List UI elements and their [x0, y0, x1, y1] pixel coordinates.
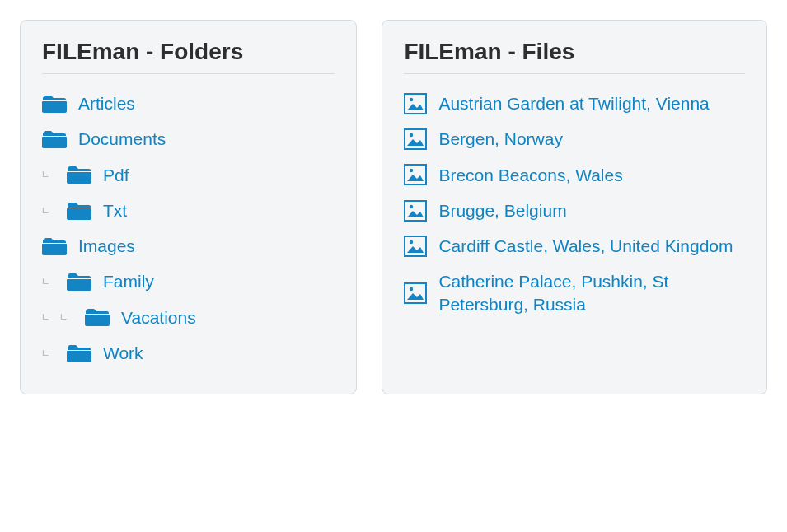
file-link[interactable]: Austrian Garden at Twilight, Vienna	[438, 92, 709, 114]
file-link[interactable]: Brecon Beacons, Wales	[438, 164, 622, 186]
image-icon	[404, 236, 427, 257]
folder-link[interactable]: Images	[78, 235, 135, 257]
file-item[interactable]: Bergen, Norway	[404, 121, 745, 156]
svg-point-9	[410, 240, 413, 244]
file-item[interactable]: Austrian Garden at Twilight, Vienna	[404, 86, 745, 121]
svg-rect-0	[405, 94, 426, 114]
folder-item[interactable]: Images	[42, 228, 335, 264]
image-icon	[404, 200, 427, 222]
folder-icon	[67, 272, 91, 292]
image-icon	[404, 93, 427, 114]
folder-item[interactable]: ∟ Txt	[42, 193, 335, 228]
folder-item[interactable]: Articles	[42, 86, 335, 121]
folder-link[interactable]: Family	[103, 270, 154, 292]
folder-link[interactable]: Articles	[78, 92, 135, 114]
folder-icon	[42, 129, 67, 149]
svg-rect-2	[405, 129, 426, 149]
folder-item[interactable]: ∟ Work	[42, 335, 335, 371]
folder-link[interactable]: Work	[103, 342, 143, 364]
folder-item[interactable]: Documents	[42, 121, 335, 156]
tree-indent: ∟	[42, 168, 55, 181]
folder-link[interactable]: Txt	[103, 199, 127, 222]
file-link[interactable]: Cardiff Castle, Wales, United Kingdom	[438, 235, 733, 257]
folders-panel: FILEman - Folders Articles Documents ∟ P…	[20, 20, 357, 394]
folder-link[interactable]: Documents	[78, 128, 166, 150]
folders-list: Articles Documents ∟ Pdf ∟ Txt	[42, 86, 335, 371]
folder-icon	[85, 307, 110, 327]
folder-link[interactable]: Vacations	[121, 306, 196, 329]
folder-icon	[42, 94, 67, 114]
tree-indent: ∟	[42, 347, 55, 360]
image-icon	[404, 128, 427, 150]
folder-icon	[67, 201, 91, 221]
folder-icon	[42, 236, 67, 256]
folder-item[interactable]: ∟∟ Vacations	[42, 300, 335, 335]
svg-point-3	[410, 133, 413, 137]
file-link[interactable]: Bergen, Norway	[438, 128, 563, 150]
folder-icon	[67, 165, 91, 184]
file-item[interactable]: Catherine Palace, Pushkin, St Petersburg…	[404, 264, 745, 322]
folder-item[interactable]: ∟ Family	[42, 264, 335, 299]
folder-link[interactable]: Pdf	[103, 164, 129, 186]
files-list: Austrian Garden at Twilight, Vienna Berg…	[404, 86, 745, 322]
folder-item[interactable]: ∟ Pdf	[42, 157, 335, 193]
folder-icon	[67, 343, 91, 363]
svg-point-7	[410, 204, 413, 208]
file-item[interactable]: Brecon Beacons, Wales	[404, 157, 745, 193]
svg-point-5	[410, 169, 413, 172]
image-icon	[404, 282, 427, 304]
file-item[interactable]: Cardiff Castle, Wales, United Kingdom	[404, 228, 745, 264]
tree-indent: ∟	[42, 275, 55, 288]
svg-rect-8	[405, 236, 426, 256]
svg-rect-6	[405, 201, 426, 221]
folders-panel-title: FILEman - Folders	[42, 39, 335, 74]
files-panel: FILEman - Files Austrian Garden at Twili…	[382, 20, 767, 394]
svg-point-11	[410, 287, 413, 291]
file-link[interactable]: Catherine Palace, Pushkin, St Petersburg…	[438, 270, 745, 315]
svg-rect-4	[405, 165, 426, 184]
file-item[interactable]: Brugge, Belgium	[404, 193, 745, 228]
svg-point-1	[410, 97, 413, 100]
image-icon	[404, 164, 427, 185]
svg-rect-10	[405, 283, 426, 303]
tree-indent: ∟∟	[42, 310, 73, 324]
files-panel-title: FILEman - Files	[404, 39, 745, 74]
tree-indent: ∟	[42, 204, 55, 217]
file-link[interactable]: Brugge, Belgium	[438, 199, 566, 222]
